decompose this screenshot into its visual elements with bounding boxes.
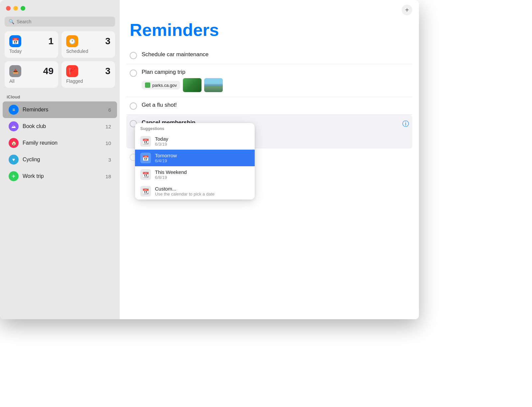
- smart-tile-today[interactable]: 📅 1 Today: [5, 31, 58, 58]
- svg-point-0: [146, 83, 149, 87]
- reminder-title-1: Schedule car maintenance: [142, 51, 208, 58]
- reminder-checkbox-1[interactable]: [130, 52, 137, 59]
- reminder-title-2: Plan camping trip: [142, 69, 185, 75]
- cycling-icon: ♥: [9, 155, 19, 165]
- work-trip-icon: ✈: [9, 171, 19, 181]
- suggestion-today-text: Today 6/3/19: [155, 136, 168, 147]
- smart-tile-all[interactable]: 📥 49 All: [5, 61, 58, 88]
- today-count: 1: [48, 36, 54, 47]
- page-title: Reminders: [120, 20, 419, 47]
- search-input[interactable]: [17, 19, 111, 24]
- book-club-name: Book club: [23, 123, 101, 129]
- mountain-image[interactable]: [204, 78, 223, 92]
- search-bar[interactable]: 🔍: [5, 17, 115, 27]
- reminder-content-1: Schedule car maintenance: [142, 51, 409, 58]
- book-club-icon: ⛰: [9, 121, 19, 131]
- reminder-title-3: Get a flu shot!: [142, 102, 177, 108]
- flagged-tile-icon: 🚩: [66, 65, 78, 77]
- reminder-checkbox-2[interactable]: [130, 69, 137, 77]
- smart-tiles: 📅 1 Today 🕐 3 Scheduled 📥 49 All 🚩 3: [0, 31, 120, 92]
- reminder-item-camping: Plan camping trip parks.ca.gov: [126, 64, 412, 97]
- suggestion-today[interactable]: 📆 Today 6/3/19: [135, 133, 255, 150]
- forest-image[interactable]: [183, 78, 201, 92]
- book-club-count: 12: [105, 124, 111, 129]
- family-reunion-name: Family reunion: [23, 140, 101, 146]
- sidebar-lists: ≡ Reminders 6 ⛰ Book club 12 🏠 Family re…: [0, 101, 120, 185]
- calendar-icon-tomorrow: 📅: [142, 155, 149, 161]
- reminder-checkbox-3[interactable]: [130, 102, 137, 110]
- smart-tile-flagged[interactable]: 🚩 3 Flagged: [62, 61, 115, 88]
- all-label: All: [9, 78, 54, 84]
- suggestion-weekend-name: This Weekend: [155, 169, 187, 175]
- today-label: Today: [9, 49, 54, 54]
- suggestion-tomorrow-text: Tomorrow 6/4/19: [155, 153, 177, 163]
- sidebar-item-book-club[interactable]: ⛰ Book club 12: [3, 118, 117, 135]
- suggestion-weekend[interactable]: 📆 This Weekend 6/8/19: [135, 166, 255, 183]
- tomorrow-suggestion-calendar-icon: 📅: [140, 153, 151, 163]
- calendar-icon-custom: 📆: [142, 188, 149, 195]
- scheduled-label: Scheduled: [66, 49, 110, 54]
- reminder-attachments-2: parks.ca.gov: [142, 78, 409, 92]
- link-text: parks.ca.gov: [152, 83, 177, 88]
- suggestion-custom-desc: Use the calendar to pick a date: [155, 192, 214, 197]
- scheduled-count: 3: [105, 36, 110, 47]
- main-content: + Reminders Schedule car maintenance Pla…: [120, 0, 419, 319]
- suggestion-weekend-date: 6/8/19: [155, 175, 187, 180]
- suggestion-custom-text: Custom... Use the calendar to pick a dat…: [155, 186, 214, 197]
- custom-suggestion-calendar-icon: 📆: [140, 186, 151, 197]
- all-tile-icon: 📥: [9, 65, 21, 77]
- info-icon[interactable]: ⓘ: [402, 119, 409, 128]
- sidebar-item-cycling[interactable]: ♥ Cycling 3: [3, 151, 117, 168]
- link-favicon: [145, 82, 150, 88]
- smart-tile-scheduled[interactable]: 🕐 3 Scheduled: [62, 31, 115, 58]
- all-count: 49: [43, 66, 54, 76]
- work-trip-name: Work trip: [23, 173, 101, 179]
- flagged-label: Flagged: [66, 78, 110, 84]
- sidebar-item-family-reunion[interactable]: 🏠 Family reunion 10: [3, 135, 117, 151]
- family-reunion-count: 10: [105, 140, 111, 146]
- today-suggestion-calendar-icon: 📆: [140, 136, 151, 147]
- reminders-list-name: Reminders: [23, 107, 104, 113]
- suggestion-tomorrow-name: Tomorrow: [155, 153, 177, 158]
- family-reunion-icon: 🏠: [9, 138, 19, 148]
- work-trip-count: 18: [105, 174, 111, 179]
- close-button[interactable]: [6, 6, 11, 11]
- reminder-item-schedule-car: Schedule car maintenance: [126, 47, 412, 64]
- cycling-name: Cycling: [23, 157, 104, 163]
- search-icon: 🔍: [9, 19, 14, 24]
- suggestion-today-name: Today: [155, 136, 168, 142]
- traffic-lights: [0, 0, 120, 14]
- minimize-button[interactable]: [13, 6, 18, 11]
- add-reminder-button[interactable]: +: [402, 5, 412, 15]
- reminder-content-3: Get a flu shot!: [142, 102, 409, 108]
- suggestion-custom[interactable]: 📆 Custom... Use the calendar to pick a d…: [135, 183, 255, 200]
- suggestion-tomorrow[interactable]: 📅 Tomorrow 6/4/19: [135, 150, 255, 166]
- parks-link[interactable]: parks.ca.gov: [142, 81, 180, 89]
- maximize-button[interactable]: [21, 6, 25, 11]
- flagged-count: 3: [105, 66, 110, 76]
- scheduled-tile-icon: 🕐: [66, 35, 78, 47]
- suggestions-header: Suggestions: [135, 123, 255, 133]
- reminders-list-count: 6: [108, 107, 111, 113]
- cycling-count: 3: [108, 157, 111, 163]
- calendar-icon-today: 📆: [142, 138, 149, 145]
- suggestions-dropdown: Suggestions 📆 Today 6/3/19 📅 Tomorrow 6/…: [135, 123, 255, 200]
- icloud-section-header: iCloud: [0, 92, 120, 101]
- weekend-suggestion-calendar-icon: 📆: [140, 169, 151, 180]
- reminders-icon: ≡: [9, 105, 19, 115]
- calendar-icon-weekend: 📆: [142, 172, 149, 178]
- reminder-item-flu-shot: Get a flu shot!: [126, 97, 412, 115]
- sidebar: 🔍 📅 1 Today 🕐 3 Scheduled 📥 49 All: [0, 0, 120, 319]
- sidebar-item-reminders[interactable]: ≡ Reminders 6: [3, 101, 117, 118]
- suggestion-weekend-text: This Weekend 6/8/19: [155, 169, 187, 180]
- today-tile-icon: 📅: [9, 35, 21, 47]
- sidebar-item-work-trip[interactable]: ✈ Work trip 18: [3, 168, 117, 185]
- suggestion-today-date: 6/3/19: [155, 142, 168, 147]
- suggestion-custom-name: Custom...: [155, 186, 214, 192]
- suggestion-tomorrow-date: 6/4/19: [155, 158, 177, 163]
- main-header: +: [120, 0, 419, 20]
- reminder-content-2: Plan camping trip parks.ca.gov: [142, 69, 409, 92]
